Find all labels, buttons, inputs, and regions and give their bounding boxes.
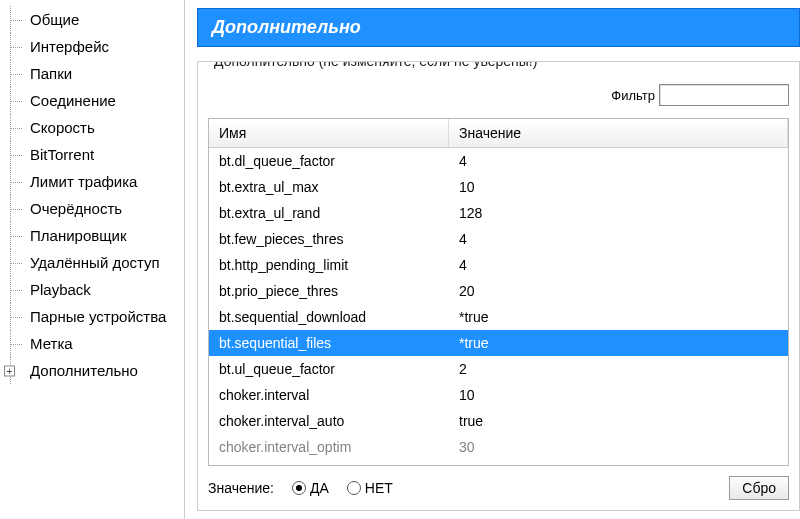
group-caption: Дополнительно (не изменяйте, если не уве… bbox=[210, 61, 541, 69]
cell-name: bt.sequential_files bbox=[209, 332, 449, 354]
sidebar-item-label[interactable]: Метка bbox=[8, 330, 184, 357]
sidebar-item-traffic-limit[interactable]: Лимит трафика bbox=[8, 168, 184, 195]
cell-name: bt.extra_ul_max bbox=[209, 176, 449, 198]
sidebar-item-remote-access[interactable]: Удалённый доступ bbox=[8, 249, 184, 276]
sidebar-item-interface[interactable]: Интерфейс bbox=[8, 33, 184, 60]
cell-value: true bbox=[449, 410, 788, 432]
cell-value: 2 bbox=[449, 358, 788, 380]
settings-sidebar: Общие Интерфейс Папки Соединение Скорост… bbox=[0, 0, 185, 519]
sidebar-item-speed[interactable]: Скорость bbox=[8, 114, 184, 141]
cell-value: 4 bbox=[449, 228, 788, 250]
main-panel: Дополнительно Дополнительно (не изменяйт… bbox=[185, 0, 800, 519]
radio-dot-icon bbox=[347, 481, 361, 495]
cell-value: 4 bbox=[449, 150, 788, 172]
table-header: Имя Значение bbox=[209, 119, 788, 148]
value-label: Значение: bbox=[208, 480, 274, 496]
sidebar-item-advanced[interactable]: + Дополнительно bbox=[8, 357, 184, 384]
table-row[interactable]: bt.sequential_files*true bbox=[209, 330, 788, 356]
sidebar-item-folders[interactable]: Папки bbox=[8, 60, 184, 87]
cell-value: 4 bbox=[449, 254, 788, 276]
value-editor: Значение: ДА НЕТ Сбро bbox=[208, 476, 789, 500]
sidebar-item-paired-devices[interactable]: Парные устройства bbox=[8, 303, 184, 330]
table-row[interactable]: bt.ul_queue_factor2 bbox=[209, 356, 788, 382]
cell-name: choker.interval_auto bbox=[209, 410, 449, 432]
cell-name: bt.ul_queue_factor bbox=[209, 358, 449, 380]
table-row[interactable]: bt.dl_queue_factor4 bbox=[209, 148, 788, 174]
radio-dot-icon bbox=[292, 481, 306, 495]
table-row[interactable]: choker.interval_optim30 bbox=[209, 434, 788, 460]
table-row[interactable]: bt.extra_ul_rand128 bbox=[209, 200, 788, 226]
radio-no[interactable]: НЕТ bbox=[347, 480, 393, 496]
cell-name: bt.sequential_download bbox=[209, 306, 449, 328]
advanced-group: Дополнительно (не изменяйте, если не уве… bbox=[197, 61, 800, 511]
table-row[interactable]: bt.few_pieces_thres4 bbox=[209, 226, 788, 252]
sidebar-item-playback[interactable]: Playback bbox=[8, 276, 184, 303]
sidebar-item-bittorrent[interactable]: BitTorrent bbox=[8, 141, 184, 168]
sidebar-item-general[interactable]: Общие bbox=[8, 6, 184, 33]
cell-name: bt.prio_piece_thres bbox=[209, 280, 449, 302]
sidebar-item-scheduler[interactable]: Планировщик bbox=[8, 222, 184, 249]
cell-value: 10 bbox=[449, 384, 788, 406]
table-row[interactable]: bt.extra_ul_max10 bbox=[209, 174, 788, 200]
page-title: Дополнительно bbox=[197, 8, 800, 47]
cell-value: 30 bbox=[449, 436, 788, 458]
cell-value: *true bbox=[449, 306, 788, 328]
column-value[interactable]: Значение bbox=[449, 119, 788, 147]
cell-name: bt.dl_queue_factor bbox=[209, 150, 449, 172]
column-name[interactable]: Имя bbox=[209, 119, 449, 147]
sidebar-item-queueing[interactable]: Очерёдность bbox=[8, 195, 184, 222]
table-row[interactable]: bt.sequential_download*true bbox=[209, 304, 788, 330]
cell-name: bt.few_pieces_thres bbox=[209, 228, 449, 250]
expand-icon[interactable]: + bbox=[4, 365, 15, 376]
cell-value: *true bbox=[449, 332, 788, 354]
reset-button[interactable]: Сбро bbox=[729, 476, 789, 500]
filter-label: Фильтр bbox=[611, 88, 655, 103]
cell-name: choker.interval_optim bbox=[209, 436, 449, 458]
cell-value: 128 bbox=[449, 202, 788, 224]
cell-value: 20 bbox=[449, 280, 788, 302]
settings-table: Имя Значение bt.dl_queue_factor4bt.extra… bbox=[208, 118, 789, 466]
radio-yes[interactable]: ДА bbox=[292, 480, 329, 496]
cell-name: choker.interval bbox=[209, 384, 449, 406]
table-row[interactable]: choker.interval_autotrue bbox=[209, 408, 788, 434]
cell-name: bt.http_pending_limit bbox=[209, 254, 449, 276]
cell-name: bt.extra_ul_rand bbox=[209, 202, 449, 224]
filter-input[interactable] bbox=[659, 84, 789, 106]
table-row[interactable]: choker.interval10 bbox=[209, 382, 788, 408]
sidebar-item-connection[interactable]: Соединение bbox=[8, 87, 184, 114]
table-row[interactable]: bt.http_pending_limit4 bbox=[209, 252, 788, 278]
cell-value: 10 bbox=[449, 176, 788, 198]
table-row[interactable]: bt.prio_piece_thres20 bbox=[209, 278, 788, 304]
